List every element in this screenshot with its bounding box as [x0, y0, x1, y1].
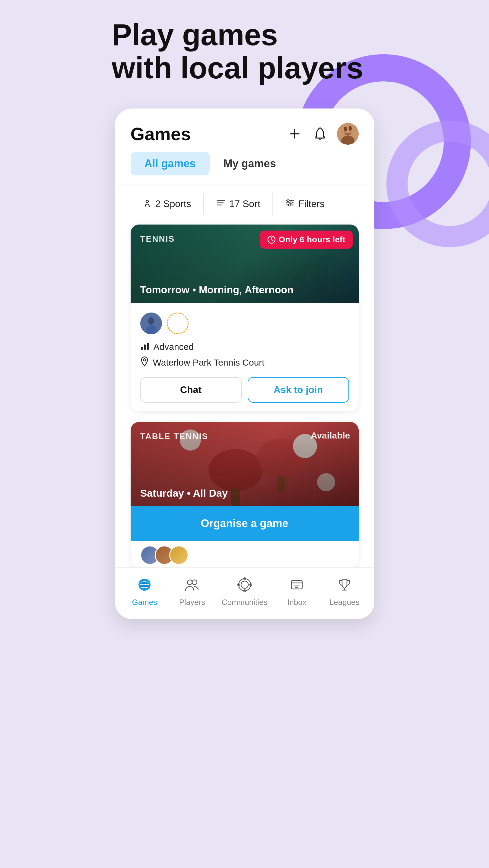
games-list: TENNIS Only 6 hours left Tomorrow • Morn…: [115, 224, 374, 567]
filters-filter[interactable]: Filters: [273, 193, 337, 215]
location-row: Waterlow Park Tennis Court: [140, 356, 349, 369]
divider: [115, 184, 374, 184]
card-actions: Chat Ask to join: [140, 377, 349, 403]
tab-my-games[interactable]: My games: [210, 152, 290, 176]
svg-line-23: [271, 240, 273, 241]
user-avatar[interactable]: [337, 123, 359, 145]
sports-icon: [143, 198, 152, 210]
filters-label: Filters: [298, 198, 324, 210]
tt-players-row: [131, 541, 359, 567]
bottom-nav: Games Players: [115, 567, 374, 619]
player-avatar-empty: [167, 313, 189, 334]
nav-players[interactable]: Players: [174, 578, 210, 607]
tt-available-badge: Available: [311, 430, 350, 441]
level-icon: [140, 341, 149, 352]
svg-point-16: [290, 202, 292, 204]
svg-point-40: [187, 580, 192, 585]
players-nav-icon: [184, 578, 200, 595]
organise-game-button[interactable]: Organise a game: [131, 506, 359, 541]
inbox-nav-icon: [290, 578, 304, 595]
tennis-card-image: TENNIS Only 6 hours left Tomorrow • Morn…: [131, 224, 359, 303]
svg-rect-27: [141, 347, 143, 350]
players-row: [140, 313, 349, 334]
sort-filter-label: 17 Sort: [229, 198, 260, 210]
leagues-nav-icon: [337, 578, 352, 595]
chat-button[interactable]: Chat: [140, 377, 242, 403]
add-button[interactable]: [286, 125, 303, 142]
tennis-card: TENNIS Only 6 hours left Tomorrow • Morn…: [131, 224, 359, 411]
svg-rect-28: [144, 344, 146, 350]
tennis-datetime: Tomorrow • Morning, Afternoon: [140, 284, 294, 296]
communities-nav-label: Communities: [222, 598, 267, 607]
tt-card-image: TABLE TENNIS Available Saturday • All Da…: [131, 422, 359, 506]
clock-icon: [267, 236, 276, 244]
phone-card: Games: [115, 108, 374, 619]
time-badge: Only 6 hours left: [260, 230, 353, 249]
page-wrapper: Play games with local players Games: [109, 18, 380, 619]
svg-point-17: [288, 204, 290, 206]
sort-filter[interactable]: 17 Sort: [204, 193, 273, 215]
svg-point-6: [344, 127, 347, 131]
svg-rect-29: [147, 343, 149, 350]
filter-bar: 2 Sports 17 Sort: [115, 193, 374, 215]
tab-all-games[interactable]: All games: [131, 152, 210, 176]
tt-datetime: Saturday • All Day: [140, 487, 228, 499]
level-row: Advanced: [140, 341, 349, 352]
inbox-nav-label: Inbox: [287, 598, 307, 607]
tt-player-3: [169, 546, 189, 565]
table-tennis-card: TABLE TENNIS Available Saturday • All Da…: [131, 422, 359, 567]
tennis-card-body: Advanced Waterlow Park Tennis Court: [131, 303, 359, 411]
player-avatar-1: [140, 313, 162, 334]
nav-inbox[interactable]: Inbox: [279, 578, 315, 607]
svg-point-41: [192, 580, 197, 585]
games-nav-label: Games: [132, 598, 157, 607]
level-text: Advanced: [153, 342, 194, 352]
svg-point-15: [287, 200, 289, 202]
location-text: Waterlow Park Tennis Court: [153, 358, 264, 368]
location-icon: [140, 356, 149, 369]
communities-nav-icon: [237, 578, 252, 595]
sports-filter[interactable]: 2 Sports: [131, 193, 204, 215]
tt-sport-label: TABLE TENNIS: [140, 432, 208, 441]
leagues-nav-label: Leagues: [329, 598, 359, 607]
hero-title: Play games with local players: [109, 18, 380, 84]
app-header: Games: [115, 108, 374, 152]
sports-filter-label: 2 Sports: [155, 198, 191, 210]
svg-point-7: [349, 126, 352, 131]
svg-point-25: [148, 317, 154, 324]
svg-point-30: [143, 359, 146, 361]
filters-icon: [285, 198, 295, 210]
time-badge-text: Only 6 hours left: [279, 235, 345, 244]
sort-icon: [216, 198, 226, 210]
app-title: Games: [131, 124, 191, 144]
games-nav-icon: [137, 578, 152, 595]
notification-button[interactable]: [312, 125, 328, 142]
players-nav-label: Players: [179, 598, 205, 607]
nav-communities[interactable]: Communities: [222, 578, 267, 607]
header-actions: [286, 123, 359, 145]
nav-games[interactable]: Games: [126, 578, 163, 607]
svg-point-43: [239, 579, 251, 591]
nav-leagues[interactable]: Leagues: [326, 578, 363, 607]
ask-to-join-button[interactable]: Ask to join: [248, 377, 349, 403]
svg-point-42: [241, 581, 248, 588]
tennis-sport-label: TENNIS: [140, 234, 175, 244]
svg-point-8: [146, 200, 148, 203]
tabs-row: All games My games: [115, 152, 374, 176]
card-info: Advanced Waterlow Park Tennis Court: [140, 341, 349, 369]
